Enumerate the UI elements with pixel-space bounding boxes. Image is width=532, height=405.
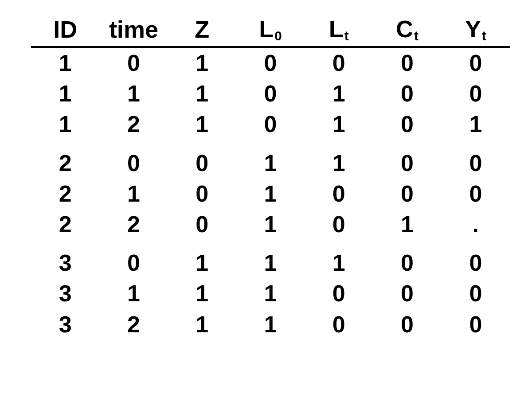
table-head: IDtimeZL0LtCtYt [31,13,510,47]
cell-z: 1 [168,109,236,140]
cell-time: 2 [99,309,168,340]
column-header-base: Z [195,16,209,43]
cell-id: 1 [31,109,99,140]
cell-ct: 0 [373,109,441,140]
table-row: 3211000 [31,309,510,340]
cell-z: 1 [168,240,236,278]
cell-z: 1 [168,309,236,340]
column-header-subscript: t [344,28,349,43]
cell-lt: 0 [305,309,373,340]
column-header-base: ID [53,16,77,43]
cell-yt: 0 [442,309,510,340]
cell-time: 0 [99,240,168,278]
cell-lt: 0 [305,179,373,209]
cell-l0: 1 [236,179,305,209]
column-header-subscript: t [482,28,486,43]
column-header-id: ID [31,13,99,47]
column-header-base: Y [465,16,481,42]
cell-id: 1 [31,47,99,78]
cell-ct: 0 [373,179,441,209]
data-table: IDtimeZL0LtCtYt 101000011101001210101200… [31,13,510,340]
cell-lt: 1 [305,109,373,140]
table-row: 1210101 [31,109,510,140]
cell-ct: 0 [373,78,441,109]
cell-time: 1 [99,278,168,309]
table-row: 3111000 [31,278,510,309]
column-header-lt: Lt [305,13,373,47]
cell-yt: 1 [442,109,510,140]
column-header-base: L [259,16,274,42]
cell-l0: 1 [236,309,305,340]
cell-z: 0 [168,140,236,179]
cell-id: 3 [31,309,99,340]
cell-l0: 0 [236,78,305,109]
table-header-row: IDtimeZL0LtCtYt [31,13,510,47]
cell-time: 0 [99,140,168,179]
column-header-base: time [109,16,158,43]
column-header-base: C [396,16,413,42]
column-header-l0: L0 [236,13,305,47]
cell-l0: 0 [236,109,305,140]
cell-time: 2 [99,109,168,140]
cell-lt: 0 [305,209,373,240]
cell-yt: 0 [442,140,510,179]
cell-z: 0 [168,209,236,240]
cell-yt: 0 [442,278,510,309]
cell-id: 2 [31,140,99,179]
cell-lt: 1 [305,240,373,278]
table-row: 3011100 [31,240,510,278]
cell-l0: 1 [236,209,305,240]
table-row: 2001100 [31,140,510,179]
cell-lt: 1 [305,140,373,179]
table-row: 220101. [31,209,510,240]
cell-lt: 0 [305,278,373,309]
cell-yt: 0 [442,179,510,209]
cell-id: 2 [31,209,99,240]
cell-z: 0 [168,179,236,209]
cell-l0: 0 [236,47,305,78]
cell-id: 3 [31,278,99,309]
cell-ct: 0 [373,140,441,179]
cell-yt: . [442,209,510,240]
column-header-base: L [329,16,344,42]
cell-yt: 0 [442,240,510,278]
table-row: 1110100 [31,78,510,109]
column-header-time: time [99,13,168,47]
cell-ct: 0 [373,47,441,78]
table-row: 1010000 [31,47,510,78]
cell-id: 2 [31,179,99,209]
cell-ct: 0 [373,240,441,278]
cell-l0: 1 [236,140,305,179]
cell-yt: 0 [442,78,510,109]
cell-l0: 1 [236,240,305,278]
cell-lt: 0 [305,47,373,78]
cell-time: 1 [99,179,168,209]
cell-z: 1 [168,47,236,78]
cell-time: 0 [99,47,168,78]
cell-time: 2 [99,209,168,240]
cell-l0: 1 [236,278,305,309]
cell-yt: 0 [442,47,510,78]
cell-lt: 1 [305,78,373,109]
column-header-ct: Ct [373,13,441,47]
page: IDtimeZL0LtCtYt 101000011101001210101200… [0,0,532,405]
column-header-z: Z [168,13,236,47]
cell-ct: 0 [373,278,441,309]
cell-ct: 0 [373,309,441,340]
cell-z: 1 [168,78,236,109]
cell-ct: 1 [373,209,441,240]
cell-id: 3 [31,240,99,278]
cell-z: 1 [168,278,236,309]
table-body: 1010000111010012101012001100210100022010… [31,47,510,340]
column-header-subscript: t [414,28,419,43]
table-row: 2101000 [31,179,510,209]
cell-time: 1 [99,78,168,109]
column-header-yt: Yt [442,13,510,47]
column-header-subscript: 0 [274,28,282,43]
cell-id: 1 [31,78,99,109]
